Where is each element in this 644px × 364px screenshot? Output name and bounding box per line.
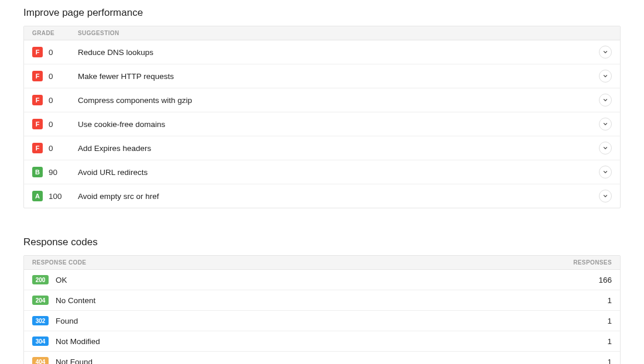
grade-cell: F0 [32, 47, 78, 57]
performance-row[interactable]: F0Add Expires headers [24, 136, 620, 160]
response-name: Not Found [56, 358, 607, 365]
grade-cell: A100 [32, 191, 78, 201]
response-count: 1 [607, 358, 612, 365]
chevron-down-icon [602, 73, 608, 79]
suggestion-text: Avoid URL redirects [78, 168, 599, 177]
expand-button[interactable] [599, 46, 612, 59]
grade-score: 100 [49, 192, 62, 201]
chevron-down-icon [602, 145, 608, 151]
response-row: 200OK166 [24, 270, 620, 290]
responses-header-row: RESPONSE CODE RESPONSES [24, 256, 620, 270]
performance-row[interactable]: F0Use cookie-free domains [24, 112, 620, 136]
performance-row[interactable]: F0Reduce DNS lookups [24, 40, 620, 64]
expand-button[interactable] [599, 142, 612, 154]
performance-title: Improve page performance [23, 7, 621, 19]
suggestion-text: Reduce DNS lookups [78, 48, 599, 57]
chevron-down-icon [602, 49, 608, 55]
response-name: Not Modified [56, 337, 607, 346]
response-count: 1 [607, 337, 612, 346]
grade-cell: F0 [32, 143, 78, 153]
responses-title: Response codes [23, 236, 621, 248]
grade-score: 90 [49, 168, 57, 177]
response-code-badge: 404 [32, 357, 49, 364]
grade-badge: F [32, 47, 43, 57]
response-code-badge: 302 [32, 316, 49, 325]
performance-row[interactable]: F0Make fewer HTTP requests [24, 64, 620, 88]
response-name: OK [56, 276, 598, 284]
response-row: 302Found1 [24, 311, 620, 331]
grade-cell: F0 [32, 95, 78, 105]
suggestion-text: Compress components with gzip [78, 96, 599, 105]
response-name: No Content [56, 296, 607, 305]
responses-header-responses: RESPONSES [573, 259, 612, 266]
performance-header-suggestion: SUGGESTION [78, 30, 612, 36]
grade-score: 0 [49, 144, 53, 153]
expand-button[interactable] [599, 70, 612, 83]
expand-button[interactable] [599, 190, 612, 202]
response-row: 404Not Found1 [24, 352, 620, 364]
suggestion-text: Make fewer HTTP requests [78, 72, 599, 81]
suggestion-text: Use cookie-free domains [78, 120, 599, 129]
grade-badge: B [32, 167, 43, 177]
responses-header-code: RESPONSE CODE [32, 259, 573, 266]
responses-panel: RESPONSE CODE RESPONSES 200OK166204No Co… [23, 255, 621, 364]
grade-badge: F [32, 95, 43, 105]
performance-panel: GRADE SUGGESTION F0Reduce DNS lookupsF0M… [23, 26, 621, 208]
expand-button[interactable] [599, 118, 612, 131]
grade-badge: F [32, 119, 43, 129]
response-row: 304Not Modified1 [24, 331, 620, 352]
chevron-down-icon [602, 169, 608, 175]
chevron-down-icon [602, 121, 608, 127]
performance-header-row: GRADE SUGGESTION [24, 26, 620, 40]
grade-score: 0 [49, 96, 53, 105]
grade-cell: B90 [32, 167, 78, 177]
response-count: 166 [598, 276, 612, 284]
response-code-badge: 204 [32, 296, 49, 305]
chevron-down-icon [602, 193, 608, 199]
response-code-badge: 304 [32, 336, 49, 346]
grade-score: 0 [49, 72, 53, 81]
performance-row[interactable]: A100Avoid empty src or href [24, 184, 620, 208]
response-row: 204No Content1 [24, 290, 620, 311]
performance-row[interactable]: B90Avoid URL redirects [24, 160, 620, 184]
suggestion-text: Avoid empty src or href [78, 192, 599, 201]
response-code-badge: 200 [32, 275, 49, 284]
grade-badge: F [32, 71, 43, 81]
grade-badge: A [32, 191, 43, 201]
response-name: Found [56, 317, 607, 325]
performance-row[interactable]: F0Compress components with gzip [24, 88, 620, 112]
grade-badge: F [32, 143, 43, 153]
performance-header-grade: GRADE [32, 30, 78, 36]
suggestion-text: Add Expires headers [78, 144, 599, 153]
chevron-down-icon [602, 97, 608, 103]
grade-cell: F0 [32, 71, 78, 81]
grade-score: 0 [49, 48, 53, 57]
grade-score: 0 [49, 120, 53, 129]
expand-button[interactable] [599, 94, 612, 107]
response-count: 1 [607, 317, 612, 325]
response-count: 1 [607, 296, 612, 305]
expand-button[interactable] [599, 166, 612, 178]
grade-cell: F0 [32, 119, 78, 129]
